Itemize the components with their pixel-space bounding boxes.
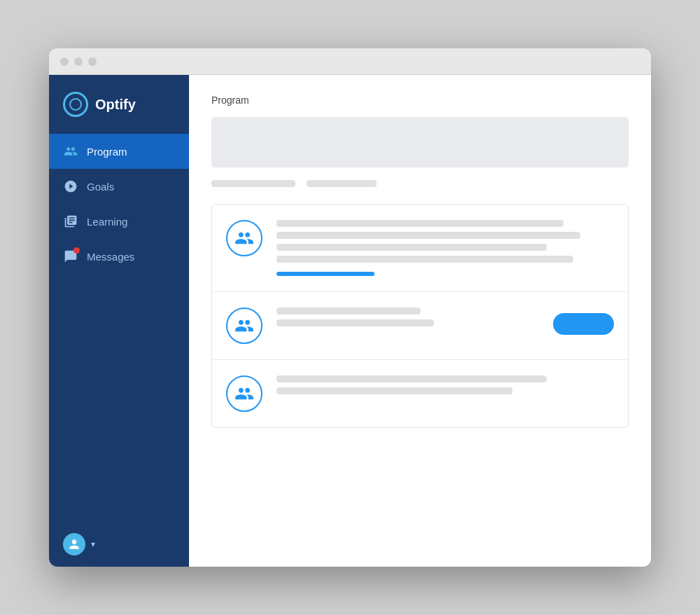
- card-1-line-1: [276, 220, 564, 227]
- messages-badge: [74, 247, 80, 254]
- subtitle-bar-2: [307, 180, 377, 187]
- browser-window: Optify Program Goals: [49, 48, 651, 567]
- sidebar: Optify Program Goals: [49, 75, 189, 567]
- subtitle-bar-1: [211, 180, 295, 187]
- learning-icon: [63, 214, 78, 229]
- hero-banner: [211, 117, 629, 167]
- card-item-1: [212, 205, 628, 292]
- browser-titlebar: [49, 48, 651, 75]
- card-2-line-1: [276, 308, 421, 315]
- sidebar-item-goals[interactable]: Goals: [49, 169, 189, 204]
- card-3-line-2: [276, 387, 512, 394]
- card-item-3: [212, 360, 628, 427]
- page-title: Program: [211, 95, 629, 106]
- cards-container: [211, 204, 629, 428]
- sidebar-item-program-label: Program: [87, 146, 127, 158]
- card-item-2: [212, 292, 628, 360]
- card-2-body: [276, 308, 539, 326]
- sidebar-logo: Optify: [49, 75, 189, 134]
- main-content: Program: [189, 75, 651, 567]
- sidebar-item-goals-label: Goals: [87, 181, 114, 193]
- program-icon: [63, 144, 78, 159]
- optify-logo-icon: [63, 92, 88, 117]
- goals-icon: [63, 179, 78, 194]
- card-2-line-2: [276, 319, 434, 326]
- card-2-actions: [553, 308, 614, 335]
- browser-dot-1: [60, 57, 69, 66]
- messages-icon: [63, 249, 78, 264]
- sidebar-item-learning-label: Learning: [87, 216, 127, 228]
- sidebar-user[interactable]: ▾: [49, 522, 189, 567]
- logo-text: Optify: [95, 97, 136, 113]
- progress-bar-fill: [276, 272, 374, 276]
- card-avatar-3: [226, 375, 262, 412]
- browser-dot-3: [88, 57, 97, 66]
- sidebar-item-messages-label: Messages: [87, 251, 134, 263]
- card-1-line-2: [276, 232, 580, 239]
- subtitle-row: [211, 180, 629, 187]
- card-1-line-3: [276, 244, 547, 251]
- card-1-progress: [276, 272, 614, 276]
- sidebar-item-program[interactable]: Program: [49, 134, 189, 169]
- app-container: Optify Program Goals: [49, 75, 651, 567]
- sidebar-item-messages[interactable]: Messages: [49, 239, 189, 274]
- user-menu-chevron: ▾: [91, 539, 95, 549]
- card-avatar-2: [226, 308, 262, 344]
- sidebar-item-learning[interactable]: Learning: [49, 204, 189, 239]
- user-avatar: [63, 533, 85, 555]
- card-3-body: [276, 375, 614, 394]
- browser-dot-2: [74, 57, 83, 66]
- card-2-action-button[interactable]: [553, 313, 614, 335]
- card-avatar-1: [226, 220, 262, 256]
- card-1-body: [276, 220, 614, 276]
- card-1-line-4: [276, 256, 573, 263]
- card-3-line-1: [276, 375, 547, 382]
